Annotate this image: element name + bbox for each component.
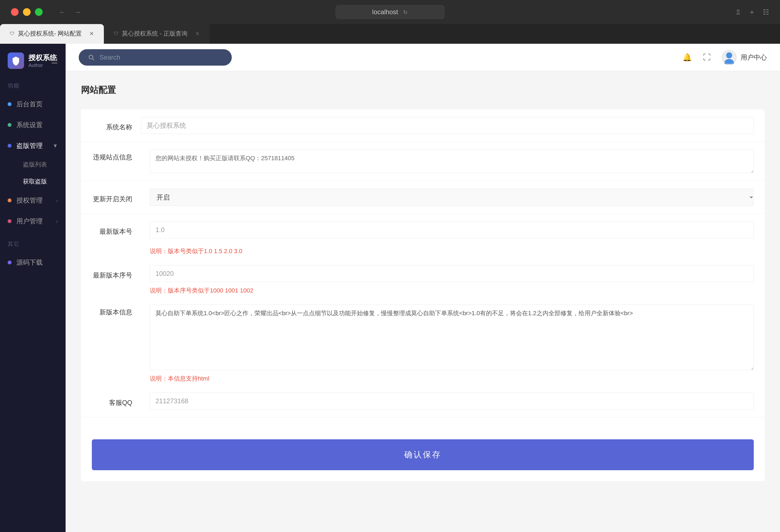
search-icon: [88, 54, 95, 61]
sidebar-item-settings[interactable]: 系统设置: [0, 114, 65, 135]
content-area: 网站配置 系统名称 违规站点信息 您的网站未授权！购买正版请联系QQ：25718…: [65, 71, 780, 532]
version-input[interactable]: [150, 222, 754, 238]
save-area: 确认保存: [81, 418, 765, 481]
avatar: [722, 50, 737, 65]
form-row-qq: 客服QQ: [81, 389, 765, 418]
save-button[interactable]: 确认保存: [92, 439, 754, 470]
violation-input[interactable]: 您的网站未授权！购买正版请联系QQ：2571811405: [150, 150, 754, 173]
piracy-label: 盗版管理: [16, 141, 43, 150]
version-label: 最新版本号: [92, 224, 141, 236]
tab2-icon: 🛡: [114, 31, 118, 37]
version-info-label: 新版本信息: [92, 304, 141, 317]
mac-maximize-button[interactable]: [35, 8, 43, 16]
version-seq-note: 说明：版本序号类似于1000 1001 1002: [81, 285, 765, 301]
user-dot: [8, 219, 11, 223]
dashboard-label: 后台首页: [16, 100, 43, 108]
mac-close-button[interactable]: [11, 8, 18, 16]
share-icon[interactable]: ⇫: [735, 8, 741, 16]
sidebar-item-piracy-list[interactable]: 盗版列表: [15, 156, 65, 173]
version-info-input[interactable]: 莫心自助下单系统1.0<br>匠心之作，荣耀出品<br>从一点点细节以及功能开始…: [150, 304, 754, 370]
url-bar[interactable]: localhost ↻: [335, 5, 445, 19]
system-name-label: 系统名称: [92, 119, 141, 132]
settings-label: 系统设置: [16, 120, 43, 129]
sidebar-item-user[interactable]: 用户管理 ›: [0, 211, 65, 232]
config-form: 系统名称 违规站点信息 您的网站未授权！购买正版请联系QQ：2571811405…: [81, 109, 765, 481]
search-input[interactable]: [99, 54, 223, 61]
new-tab-icon[interactable]: +: [750, 8, 754, 16]
logo-icon: [8, 52, 24, 69]
sidebar-icon[interactable]: ☷: [763, 8, 769, 16]
version-seq-label: 最新版本序号: [92, 268, 141, 280]
download-label: 源码下载: [16, 258, 43, 267]
qq-label: 客服QQ: [92, 395, 141, 407]
user-center-label: 用户中心: [741, 53, 767, 62]
update-label: 更新开启关闭: [92, 191, 141, 203]
tab1-icon: 🛡: [10, 31, 15, 37]
sidebar-item-get-piracy[interactable]: 获取盗版: [15, 173, 65, 190]
avatar-image: [722, 51, 736, 64]
tab2-close-icon[interactable]: ✕: [195, 30, 200, 37]
form-row-version-info: 新版本信息 莫心自助下单系统1.0<br>匠心之作，荣耀出品<br>从一点点细节…: [81, 301, 765, 374]
version-seq-input[interactable]: [150, 265, 754, 282]
sidebar-item-dashboard[interactable]: 后台首页: [0, 94, 65, 114]
notification-icon[interactable]: 🔔: [682, 53, 692, 62]
tab-genuine-query[interactable]: 🛡 莫心授权系统 - 正版查询 ✕: [104, 24, 210, 44]
settings-dot: [8, 123, 11, 127]
qq-input[interactable]: [150, 393, 754, 409]
user-area: 用户中心: [722, 50, 767, 65]
header: 🔔 ⛶ 用户中心: [65, 44, 780, 71]
version-note: 说明：版本号类似于1.0 1.5 2.0 3.0: [81, 246, 765, 262]
auth-label: 授权管理: [16, 196, 43, 205]
tab2-label: 莫心授权系统 - 正版查询: [122, 30, 188, 38]
mac-minimize-button[interactable]: [23, 8, 31, 16]
dashboard-dot: [8, 102, 11, 106]
sidebar-item-download[interactable]: 源码下载: [0, 252, 65, 273]
form-row-update: 更新开启关闭 开启 关闭: [81, 181, 765, 214]
auth-dot: [8, 198, 11, 202]
system-name-input[interactable]: [141, 117, 754, 134]
update-select[interactable]: 开启 关闭: [150, 189, 754, 206]
tab-website-config[interactable]: 🛡 莫心授权系统- 网站配置 ✕: [0, 24, 104, 44]
back-button[interactable]: ←: [59, 8, 65, 16]
user-label: 用户管理: [16, 217, 43, 226]
form-row-violation: 违规站点信息 您的网站未授权！购买正版请联系QQ：2571811405: [81, 142, 765, 181]
sidebar-item-piracy[interactable]: 盗版管理 ▼: [0, 135, 65, 156]
user-arrow: ›: [56, 218, 58, 225]
url-text: localhost: [372, 8, 398, 15]
svg-point-0: [726, 52, 732, 58]
auth-arrow: ›: [56, 197, 58, 204]
form-row-version-seq: 最新版本序号: [81, 262, 765, 285]
download-dot: [8, 260, 11, 264]
version-info-note: 说明：本信息支持html: [81, 374, 765, 389]
tab1-close-icon[interactable]: ✕: [89, 30, 94, 37]
section-label-other: 其它: [0, 238, 65, 252]
section-label-features: 功能: [0, 80, 65, 94]
page-title: 网站配置: [81, 84, 765, 96]
tab1-label: 莫心授权系统- 网站配置: [18, 30, 82, 38]
sidebar-item-auth[interactable]: 授权管理 ›: [0, 190, 65, 211]
form-row-system-name: 系统名称: [81, 109, 765, 142]
menu-toggle[interactable]: ☰: [51, 56, 58, 65]
forward-button[interactable]: →: [74, 8, 81, 16]
violation-label: 违规站点信息: [92, 150, 141, 161]
piracy-arrow: ▼: [52, 143, 58, 149]
fullscreen-icon[interactable]: ⛶: [703, 53, 711, 62]
form-row-version: 最新版本号: [81, 214, 765, 246]
piracy-submenu: 盗版列表 获取盗版: [0, 156, 65, 190]
piracy-dot: [8, 144, 11, 148]
svg-point-1: [725, 59, 734, 64]
search-container: [79, 49, 232, 65]
